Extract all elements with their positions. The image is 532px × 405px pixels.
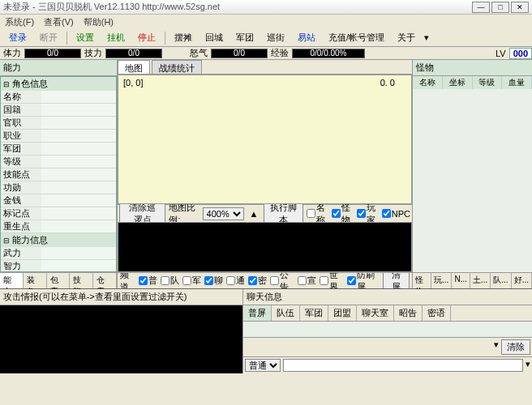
chat-channel-select[interactable]: 普通 xyxy=(245,359,281,372)
chat-tab[interactable]: 团盟 xyxy=(328,305,357,321)
menu-help[interactable]: 帮助(H) xyxy=(84,16,114,28)
left-panel: 能力 角色信息名称国籍官职职业军团等级技能点功勋金钱标记点重生点能力信息武力智力… xyxy=(0,60,118,288)
right-tab[interactable]: 怪物 xyxy=(413,273,431,288)
chat-tabs: 普屏队伍军团团盟聊天室昭告密语 xyxy=(243,305,532,322)
scale-up-icon[interactable]: ▲ xyxy=(247,209,261,219)
jingyan-label: 经验 xyxy=(268,47,292,59)
col-level[interactable]: 等级 xyxy=(473,76,503,89)
property-value xyxy=(41,156,116,168)
about-button[interactable]: 关于 xyxy=(392,29,421,46)
back-button[interactable]: 回城 xyxy=(200,29,229,46)
group-header[interactable]: 角色信息 xyxy=(1,77,116,91)
col-hp[interactable]: 血量 xyxy=(502,76,532,89)
scale-select[interactable]: 400% xyxy=(203,207,244,220)
property-value xyxy=(41,207,116,220)
left-head: 能力 xyxy=(0,60,117,76)
tab-stats[interactable]: 战绩统计 xyxy=(152,60,202,74)
right-tab[interactable]: 玩... xyxy=(431,273,452,288)
property-key: 名称 xyxy=(1,91,41,104)
col-coord[interactable]: 坐标 xyxy=(443,76,473,89)
log-area[interactable] xyxy=(118,222,412,272)
window-title: 未登录 - 三国贝贝脱机 Ver12.1130 http://www.52sg.… xyxy=(3,1,220,13)
chan-mi[interactable]: 密 xyxy=(248,275,267,287)
chk-npc[interactable]: NPC xyxy=(382,209,410,219)
chat-clear-button[interactable]: 清除 xyxy=(501,339,530,355)
right-tab[interactable]: 好... xyxy=(512,273,532,288)
property-value xyxy=(41,143,116,156)
property-row: 官职 xyxy=(1,117,116,130)
tab-map[interactable]: 地图 xyxy=(118,60,150,74)
property-key: 国籍 xyxy=(1,104,41,117)
chat-tab[interactable]: 聊天室 xyxy=(357,305,394,321)
right-panel: 怪物 名称 坐标 等级 血量 怪物玩...N...土...队...好... xyxy=(412,60,532,288)
chat-tab[interactable]: 昭告 xyxy=(394,305,423,321)
patrol-button[interactable]: 巡街 xyxy=(261,29,290,46)
jili-label: 技力 xyxy=(81,47,105,59)
chat-tab[interactable]: 普屏 xyxy=(243,305,272,321)
nuqi-bar: 0/0 xyxy=(211,49,268,58)
post-button[interactable]: 易站 xyxy=(292,29,321,46)
property-key: 标记点 xyxy=(1,207,41,220)
chat-send-row: 普通 ▾ xyxy=(243,356,532,373)
chan-pu[interactable]: 普 xyxy=(139,275,157,287)
login-button[interactable]: 登录 xyxy=(3,29,32,46)
right-tab[interactable]: 土... xyxy=(470,273,491,288)
property-value xyxy=(41,130,116,143)
chan-dui[interactable]: 队 xyxy=(161,275,179,287)
group-header[interactable]: 能力信息 xyxy=(1,233,116,247)
chan-jun[interactable]: 军 xyxy=(182,275,201,287)
property-grid[interactable]: 角色信息名称国籍官职职业军团等级技能点功勋金钱标记点重生点能力信息武力智力反应精… xyxy=(0,76,117,272)
left-tab[interactable]: 装备 xyxy=(24,273,47,288)
dropdown-arrow-icon[interactable]: ▾ xyxy=(494,339,499,355)
chat-tab[interactable]: 军团 xyxy=(300,305,328,321)
recharge-button[interactable]: 充值/帐号管理 xyxy=(323,29,390,46)
channel-row: 频道 普 队 军 聊 通 密 公告 宣 世界 防刷屏 清屏 xyxy=(118,272,412,288)
settings-button[interactable]: 设置 xyxy=(71,29,100,46)
legion-button[interactable]: 军团 xyxy=(230,29,260,46)
property-key: 功勋 xyxy=(1,181,41,194)
chat-input[interactable] xyxy=(283,359,523,372)
chan-shi[interactable]: 世界 xyxy=(320,272,344,288)
chat-body[interactable] xyxy=(243,322,532,337)
chan-xuan[interactable]: 宣 xyxy=(298,275,316,287)
attack-log-header: 攻击情报(可以在菜单->查看里面设置过滤开关) xyxy=(0,289,242,305)
right-tab[interactable]: 队... xyxy=(491,273,511,288)
close-button[interactable]: ✕ xyxy=(511,2,529,13)
map-area[interactable]: [0, 0] 0. 0 xyxy=(118,75,412,204)
maximize-button[interactable]: □ xyxy=(491,2,509,13)
left-tab[interactable]: 能力 xyxy=(0,273,24,288)
minimize-button[interactable]: — xyxy=(472,2,490,13)
chan-tong[interactable]: 通 xyxy=(226,275,245,287)
disconnect-button[interactable]: 断开 xyxy=(34,29,63,46)
clear-screen-button[interactable]: 清屏 xyxy=(383,272,410,288)
chat-panel: 聊天信息 普屏队伍军团团盟聊天室昭告密语 ▾ 清除 普通 ▾ xyxy=(243,289,532,373)
menu-system[interactable]: 系统(F) xyxy=(5,16,34,28)
chk-antispam[interactable]: 防刷屏 xyxy=(347,272,380,288)
hang-button[interactable]: 挂机 xyxy=(101,29,131,46)
menu-bar: 系统(F) 查看(V) 帮助(H) xyxy=(0,15,532,29)
right-tab[interactable]: N... xyxy=(452,273,470,288)
left-tab[interactable]: 技能 xyxy=(70,273,93,288)
chat-tab[interactable]: 队伍 xyxy=(272,305,300,321)
coord-origin: [0, 0] xyxy=(123,78,143,87)
menu-view[interactable]: 查看(V) xyxy=(44,16,74,28)
col-name[interactable]: 名称 xyxy=(413,76,443,89)
stall-button[interactable]: 摆摊 xyxy=(169,29,198,46)
chan-gg[interactable]: 公告 xyxy=(270,272,294,288)
property-key: 金钱 xyxy=(1,194,41,207)
lv-value: 000 xyxy=(509,48,532,59)
attack-log-body[interactable] xyxy=(0,305,242,373)
property-key: 官职 xyxy=(1,117,41,130)
left-tab[interactable]: 包裹 xyxy=(47,273,71,288)
property-key: 智力 xyxy=(1,260,41,272)
monster-table[interactable]: 名称 坐标 等级 血量 xyxy=(413,76,532,272)
send-arrow-icon[interactable]: ▾ xyxy=(526,359,530,372)
property-row: 职业 xyxy=(1,130,116,143)
property-key: 重生点 xyxy=(1,220,41,233)
property-value xyxy=(41,260,116,272)
property-value xyxy=(41,247,116,260)
chan-liao[interactable]: 聊 xyxy=(204,275,223,287)
chat-tab[interactable]: 密语 xyxy=(423,305,451,321)
left-tab[interactable]: 仓库 xyxy=(93,273,117,288)
stop-button[interactable]: 停止 xyxy=(132,29,161,46)
